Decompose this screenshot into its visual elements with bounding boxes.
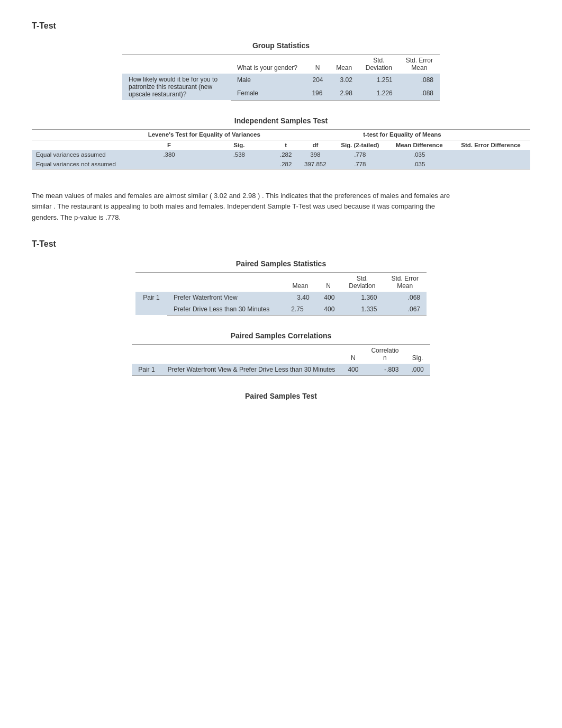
gs-col4-header: Mean <box>330 55 359 74</box>
table-row: Pair 1 Prefer Waterfront View 3.40 400 1… <box>135 292 427 303</box>
indep-empty-th <box>32 129 134 140</box>
indep-ttest-header: t-test for Equality of Means <box>274 129 530 140</box>
indep-sig2-0: .778 <box>333 150 387 159</box>
indep-df-0: 398 <box>297 150 333 159</box>
table-row: How likely would it be for you to patron… <box>122 74 440 87</box>
indep-stderrdiff-1 <box>451 159 530 169</box>
gs-err-female: .088 <box>399 87 440 100</box>
indep-header-row2: F Sig. t df Sig. (2-tailed) Mean Differe… <box>32 140 530 150</box>
ps-std-1: 1.335 <box>341 303 383 316</box>
ps-pair-1: Pair 1 <box>135 292 167 316</box>
gs-col6-header: Std. Error Mean <box>399 55 440 74</box>
indep-t-1: .282 <box>274 159 298 169</box>
indep-samples-table: Levene's Test for Equality of Variances … <box>32 129 530 169</box>
group-statistics-section: Group Statistics What is your gender? N … <box>32 41 530 101</box>
gs-col5-header: Std. Deviation <box>359 55 399 74</box>
gs-col3-header: N <box>305 55 329 74</box>
paired-corr-title: Paired Samples Correlations <box>32 331 530 340</box>
ttest-title-2: T-Test <box>32 239 530 249</box>
paired-corr-table: N Correlatio n Sig. Pair 1 Prefer Waterf… <box>132 344 430 376</box>
group-stats-table: What is your gender? N Mean Std. Deviati… <box>122 54 440 101</box>
ps-col1-h <box>135 272 167 292</box>
pc-pair-1: Pair 1 <box>132 364 161 376</box>
gs-row-label: How likely would it be for you to patron… <box>122 74 231 100</box>
pc-col2-h <box>161 344 342 364</box>
indep-stderrdiff-0 <box>451 150 530 159</box>
gs-n-female: 196 <box>305 87 329 100</box>
ttest-section-2: T-Test Paired Samples Statistics Mean N … <box>32 239 530 400</box>
ps-n-1: 400 <box>316 303 341 316</box>
paired-corr-section: Paired Samples Correlations N Correlatio… <box>32 331 530 376</box>
ps-n-h: N <box>316 272 341 292</box>
ps-mean-0: 3.40 <box>285 292 315 303</box>
indep-f-h: F <box>134 140 204 150</box>
ps-col2-h <box>167 272 285 292</box>
indep-col1-h <box>32 140 134 150</box>
gs-mean-female: 2.98 <box>330 87 359 100</box>
gs-n-male: 204 <box>305 74 329 87</box>
indep-meandiff-0: .035 <box>387 150 451 159</box>
gs-std-female: 1.226 <box>359 87 399 100</box>
ps-n-0: 400 <box>316 292 341 303</box>
ps-std-h: Std. Deviation <box>341 272 383 292</box>
ttest-section-1: T-Test Group Statistics What is your gen… <box>32 21 530 169</box>
gs-col1-header <box>122 55 231 74</box>
pc-label-0: Prefer Waterfront View & Prefer Drive Le… <box>161 364 342 376</box>
indep-sig2-h: Sig. (2-tailed) <box>333 140 387 150</box>
gs-std-male: 1.251 <box>359 74 399 87</box>
indep-sig-0: .538 <box>204 150 274 159</box>
ps-err-0: .068 <box>383 292 427 303</box>
indep-title: Independent Samples Test <box>32 116 530 125</box>
paired-test-title: Paired Samples Test <box>32 392 530 400</box>
table-row: Pair 1 Prefer Waterfront View & Prefer D… <box>132 364 430 376</box>
pc-n-h: N <box>341 344 365 364</box>
gs-gender-female: Female <box>231 87 305 100</box>
indep-f-0: .380 <box>134 150 204 159</box>
indep-sig-h: Sig. <box>204 140 274 150</box>
ps-mean-h: Mean <box>285 272 315 292</box>
indep-df-h: df <box>297 140 333 150</box>
paired-stats-title: Paired Samples Statistics <box>32 259 530 268</box>
paired-stats-table: Mean N Std. Deviation Std. Error Mean <box>135 272 427 316</box>
gs-err-male: .088 <box>399 74 440 87</box>
indep-meandiff-h: Mean Difference <box>387 140 451 150</box>
indep-sig-1 <box>204 159 274 169</box>
indep-t-h: t <box>274 140 298 150</box>
group-stats-title: Group Statistics <box>32 41 530 50</box>
pc-col1-h <box>132 344 161 364</box>
indep-sig2-1: .778 <box>333 159 387 169</box>
ps-err-h: Std. Error Mean <box>383 272 427 292</box>
pc-sig-h: Sig. <box>405 344 430 364</box>
independent-samples-section: Independent Samples Test Levene's Test f… <box>32 116 530 169</box>
ps-err-1: .067 <box>383 303 427 316</box>
ps-std-0: 1.360 <box>341 292 383 303</box>
indep-header-row1: Levene's Test for Equality of Variances … <box>32 129 530 140</box>
pc-corr-h: Correlatio n <box>365 344 405 364</box>
indep-stderrdiff-h: Std. Error Difference <box>451 140 530 150</box>
indep-t-0: .282 <box>274 150 298 159</box>
indep-df-1: 397.852 <box>297 159 333 169</box>
indep-label-1: Equal variances not assumed <box>32 159 134 169</box>
table-row: Equal variances not assumed .282 397.852… <box>32 159 530 169</box>
ps-label-0: Prefer Waterfront View <box>167 292 285 303</box>
indep-f-1 <box>134 159 204 169</box>
gs-col2-header: What is your gender? <box>231 55 305 74</box>
pc-sig-0: .000 <box>405 364 430 376</box>
table-row: Prefer Drive Less than 30 Minutes 2.75 4… <box>135 303 427 316</box>
indep-levene-header: Levene's Test for Equality of Variances <box>134 129 274 140</box>
analysis-text: The mean values of males and females are… <box>32 191 455 223</box>
gs-gender-male: Male <box>231 74 305 87</box>
ttest-title-1: T-Test <box>32 21 530 31</box>
pc-n-0: 400 <box>341 364 365 376</box>
indep-label-0: Equal variances assumed <box>32 150 134 159</box>
indep-meandiff-1: .035 <box>387 159 451 169</box>
ps-mean-1: 2.75 <box>285 303 315 316</box>
ps-label-1: Prefer Drive Less than 30 Minutes <box>167 303 285 316</box>
pc-corr-0: -.803 <box>365 364 405 376</box>
table-row: Equal variances assumed .380 .538 .282 3… <box>32 150 530 159</box>
paired-stats-section: Paired Samples Statistics Mean N Std. De… <box>32 259 530 316</box>
gs-mean-male: 3.02 <box>330 74 359 87</box>
